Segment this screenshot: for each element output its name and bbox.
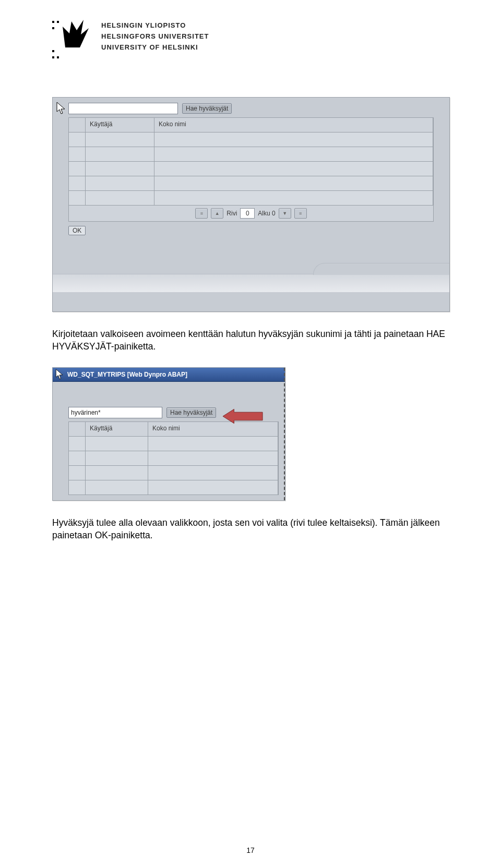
table-row[interactable] (69, 147, 433, 162)
table-row[interactable] (69, 466, 278, 480)
header-select (69, 422, 86, 436)
university-logo (52, 19, 90, 66)
university-names: HELSINGIN YLIOPISTO HELSINGFORS UNIVERSI… (101, 19, 209, 53)
cursor-icon (55, 369, 64, 380)
table-header: Käyttäjä Koko nimi (69, 118, 433, 132)
table-row[interactable] (69, 191, 433, 206)
search-button[interactable]: Hae hyväksyjät (166, 407, 216, 418)
svg-marker-0 (223, 409, 263, 423)
result-table: Käyttäjä Koko nimi (68, 421, 279, 495)
header-user: Käyttäjä (86, 118, 154, 132)
pager-prev-icon[interactable]: ▲ (211, 208, 223, 219)
page-header: HELSINGIN YLIOPISTO HELSINGFORS UNIVERSI… (52, 19, 449, 66)
screenshot-1: Hae hyväksyjät Käyttäjä Koko nimi ≡ ▲ Ri… (52, 97, 450, 312)
table-pager: ≡ ▲ Rivi 0 Alku 0 ▼ ≡ (68, 206, 434, 222)
table-row[interactable] (69, 132, 433, 147)
paragraph-2: Hyväksyjä tulee alla olevaan valikkoon, … (52, 516, 449, 541)
rivi-value[interactable]: 0 (240, 208, 255, 219)
search-button[interactable]: Hae hyväksyjät (182, 103, 232, 114)
window-titlebar: WD_SQT_MYTRIPS [Web Dynpro ABAP] (53, 368, 285, 382)
name-fi: HELSINGIN YLIOPISTO (101, 20, 209, 31)
table-row[interactable] (69, 451, 278, 466)
flame-icon (60, 19, 91, 50)
search-input[interactable] (68, 103, 178, 114)
screenshot-2: WD_SQT_MYTRIPS [Web Dynpro ABAP] Hae hyv… (52, 367, 285, 501)
header-select (69, 118, 86, 132)
ok-button[interactable]: OK (68, 226, 86, 235)
footer-decoration (53, 274, 449, 292)
pager-last-icon[interactable]: ≡ (294, 208, 307, 219)
header-user: Käyttäjä (86, 422, 148, 436)
paragraph-1: Kirjoitetaan valkoiseen avoimeen kenttää… (52, 328, 449, 353)
arrow-callout-icon (223, 407, 264, 425)
page-number: 17 (0, 846, 501, 854)
header-name: Koko nimi (154, 118, 433, 132)
window-title: WD_SQT_MYTRIPS [Web Dynpro ABAP] (67, 371, 187, 378)
name-sv: HELSINGFORS UNIVERSITET (101, 31, 209, 42)
table-row[interactable] (69, 437, 278, 451)
table-row[interactable] (69, 480, 278, 495)
pager-next-icon[interactable]: ▼ (279, 208, 291, 219)
crop-edge (284, 368, 285, 500)
rivi-label: Rivi (226, 210, 237, 217)
pager-first-icon[interactable]: ≡ (195, 208, 208, 219)
table-row[interactable] (69, 162, 433, 176)
alku-label: Alku 0 (258, 210, 275, 217)
result-table: Käyttäjä Koko nimi (68, 117, 434, 206)
document-page: HELSINGIN YLIOPISTO HELSINGFORS UNIVERSI… (0, 0, 501, 868)
table-row[interactable] (69, 176, 433, 191)
cursor-icon (56, 102, 66, 115)
name-en: UNIVERSITY OF HELSINKI (101, 42, 209, 53)
search-input[interactable] (68, 407, 162, 418)
